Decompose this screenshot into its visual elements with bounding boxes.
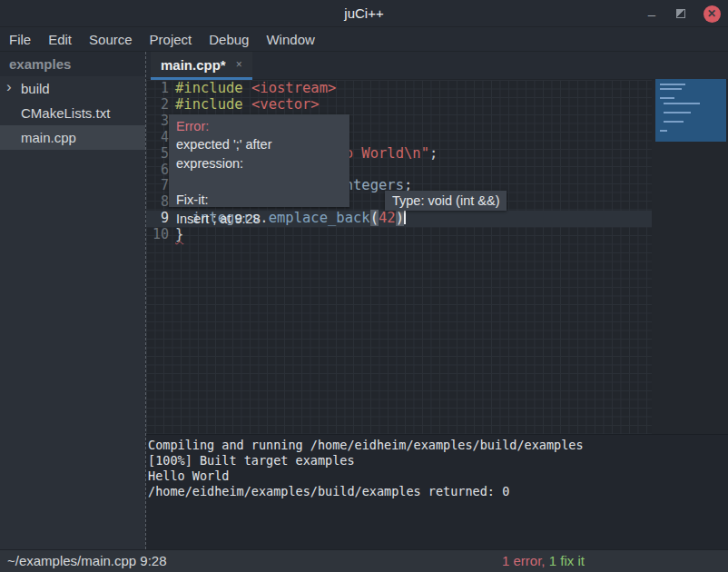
tooltip-error-message: expected ';' after expression: bbox=[176, 135, 342, 173]
terminal-output: Compiling and running /home/eidheim/exam… bbox=[146, 435, 728, 499]
sidebar-item-cmakelists-txt[interactable]: CMakeLists.txt bbox=[0, 101, 145, 125]
window-title: juCi++ bbox=[0, 5, 728, 21]
tooltip-fixit-message: Insert ; at 9:28 bbox=[176, 210, 342, 228]
line-number: 4 bbox=[146, 130, 169, 146]
tab-close-icon[interactable]: × bbox=[236, 58, 242, 71]
file-tree: ›buildCMakeLists.txtmain.cpp bbox=[0, 76, 145, 150]
line-number: 7 bbox=[146, 178, 169, 194]
type-tooltip: Type: void (int &&) bbox=[385, 191, 507, 211]
terminal-panel[interactable]: Compiling and running /home/eidheim/exam… bbox=[146, 434, 728, 549]
close-icon: ✕ bbox=[703, 5, 721, 23]
close-button[interactable]: ✕ bbox=[701, 0, 723, 27]
line-number: 1 bbox=[146, 81, 169, 97]
menu-item-debug[interactable]: Debug bbox=[209, 32, 249, 47]
project-name: examples bbox=[0, 52, 145, 76]
line-number: 10 bbox=[146, 227, 169, 243]
line-number: 9 bbox=[146, 211, 169, 227]
title-bar: juCi++ – ✕ bbox=[0, 0, 728, 27]
code-text: } bbox=[175, 227, 183, 243]
menu-item-edit[interactable]: Edit bbox=[48, 32, 72, 47]
juci-window: juCi++ – ✕ FileEditSourceProjectDebugWin… bbox=[0, 0, 728, 572]
minimap-line bbox=[660, 97, 674, 99]
status-file-path: ~/examples/main.cpp 9:28 bbox=[7, 553, 167, 568]
minimap-line bbox=[660, 88, 682, 90]
tooltip-spacer bbox=[176, 173, 342, 191]
menu-item-project[interactable]: Project bbox=[150, 32, 192, 47]
tooltip-fixit-title: Fix-it: bbox=[176, 191, 342, 209]
tooltip-error-title: Error: bbox=[176, 117, 342, 135]
panel-divider[interactable] bbox=[145, 52, 146, 549]
minimap[interactable] bbox=[655, 79, 726, 142]
file-label: main.cpp bbox=[21, 130, 76, 145]
diagnostic-tooltip: Error: expected ';' after expression: Fi… bbox=[169, 114, 349, 207]
code-text: #include <iostream> bbox=[175, 81, 336, 97]
minimap-line bbox=[664, 121, 684, 123]
sidebar-item-main-cpp[interactable]: main.cpp bbox=[0, 125, 145, 150]
status-fixit-count: 1 fix it bbox=[549, 553, 585, 568]
menu-bar: FileEditSourceProjectDebugWindow bbox=[0, 27, 728, 52]
code-line-1[interactable]: 1#include <iostream> bbox=[146, 81, 652, 97]
minimap-line bbox=[664, 103, 700, 104]
file-browser-panel: examples ›buildCMakeLists.txtmain.cpp bbox=[0, 52, 145, 549]
status-bar: ~/examples/main.cpp 9:28 1 error, 1 fix … bbox=[0, 549, 728, 572]
text-cursor bbox=[404, 211, 406, 224]
minimap-line bbox=[664, 112, 691, 113]
line-number: 8 bbox=[146, 194, 169, 211]
minimap-line bbox=[660, 130, 667, 132]
status-diagnostics[interactable]: 1 error, 1 fix it bbox=[502, 553, 585, 568]
menu-item-window[interactable]: Window bbox=[266, 32, 314, 47]
line-number: 6 bbox=[146, 163, 169, 179]
restore-button[interactable] bbox=[670, 0, 692, 27]
line-number: 3 bbox=[146, 113, 169, 130]
menu-item-file[interactable]: File bbox=[9, 32, 31, 47]
restore-icon bbox=[676, 9, 685, 18]
line-number: 5 bbox=[146, 146, 169, 163]
menu-item-source[interactable]: Source bbox=[89, 32, 133, 47]
code-line-2[interactable]: 2#include <vector> bbox=[146, 97, 652, 113]
code-text: #include <vector> bbox=[175, 97, 320, 113]
sidebar-item-build[interactable]: ›build bbox=[0, 76, 145, 101]
code-line-10[interactable]: 10} bbox=[146, 227, 652, 243]
minimap-line bbox=[660, 84, 685, 85]
minimize-button[interactable]: – bbox=[641, 0, 663, 27]
file-label: CMakeLists.txt bbox=[21, 105, 110, 121]
line-number: 2 bbox=[146, 97, 169, 113]
file-label: build bbox=[21, 81, 50, 96]
chevron-right-icon[interactable]: › bbox=[6, 78, 12, 96]
tab-bar: main.cpp* × bbox=[146, 52, 728, 80]
status-error-count: 1 error, bbox=[502, 553, 546, 568]
tab-label: main.cpp* bbox=[161, 57, 226, 73]
tab-main-cpp[interactable]: main.cpp* × bbox=[151, 52, 252, 80]
